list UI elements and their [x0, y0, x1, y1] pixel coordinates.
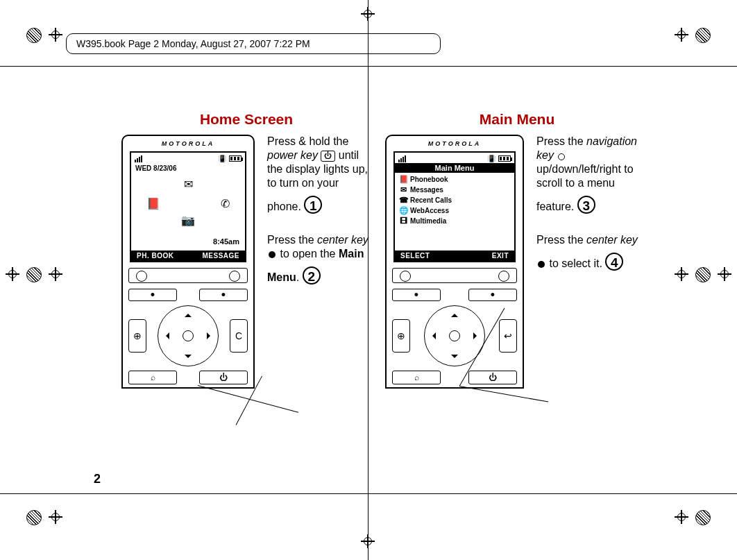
vibrate-icon: 📳: [218, 155, 226, 162]
phone-keypad: ⊕ ↩ ⌕ ⏻: [392, 289, 517, 384]
battery-icon: [498, 155, 511, 162]
step-4-badge: 4: [605, 253, 623, 271]
send-key: ⌕: [392, 371, 441, 384]
main-menu-title: Main Menu: [385, 111, 649, 128]
menu-title-bar: Main Menu: [395, 163, 514, 173]
home-time: 8:45am: [213, 237, 239, 246]
brand-label: MOTOROLA: [387, 136, 523, 149]
messages-icon: ✉: [399, 185, 407, 194]
print-mark: [695, 28, 711, 43]
phonebook-icon: 📕: [146, 197, 160, 210]
running-header: W395.book Page 2 Monday, August 27, 2007…: [66, 33, 441, 54]
phone-hinge: [392, 268, 517, 283]
signal-icon: [135, 155, 142, 162]
phonebook-icon: 📕: [399, 175, 407, 184]
phone-screen: 📳 Main Menu 📕Phonebook ✉Messages ☎Recent…: [393, 151, 516, 262]
print-mark: [695, 510, 711, 525]
center-key-icon: [538, 261, 545, 268]
step-1-badge: 1: [304, 196, 322, 214]
page-number: 2: [94, 472, 101, 486]
print-mark: [49, 28, 62, 42]
menu-item-multimedia: 🎞Multimedia: [399, 216, 510, 226]
leader-line: [198, 385, 298, 413]
right-softkey: [199, 289, 248, 301]
camera-icon: 📷: [181, 214, 195, 227]
web-key: ⊕: [128, 319, 146, 353]
print-mark: [49, 510, 62, 524]
messages-icon: ✉: [184, 178, 193, 191]
print-mark: [26, 28, 42, 43]
status-bar: 📳: [131, 153, 245, 163]
print-mark: [718, 267, 731, 281]
crop-line: [0, 66, 737, 67]
phone-illustration-menu: MOTOROLA 📳 Main Menu 📕Phonebook ✉Message…: [385, 135, 524, 389]
vibrate-icon: 📳: [487, 155, 495, 162]
step-3-annotation: Press the navigation key up/down/left/ri…: [536, 135, 641, 214]
soft-right: MESSAGE: [202, 252, 239, 260]
center-key: [183, 330, 194, 341]
crop-line: [0, 493, 737, 494]
home-screen-column: Home Screen MOTOROLA 📳 WED 8/23/06 ✉ 📕 ✆: [121, 111, 371, 389]
web-icon: 🌐: [399, 206, 407, 215]
left-softkey: [392, 289, 441, 301]
status-bar: 📳: [395, 153, 514, 163]
print-mark: [49, 267, 62, 281]
menu-item-messages: ✉Messages: [399, 185, 510, 195]
main-menu-column: Main Menu MOTOROLA 📳 Main Menu 📕Phoneboo…: [385, 111, 649, 389]
center-key-icon: [269, 251, 276, 258]
power-key: ⏻: [468, 371, 517, 384]
power-key-icon: ⏻: [321, 151, 335, 162]
step-2-badge: 2: [303, 266, 321, 285]
phone-screen: 📳 WED 8/23/06 ✉ 📕 ✆ 📷 8:45am PH. BOOK ME…: [130, 151, 246, 262]
alert-icon: ✆: [221, 197, 230, 210]
print-mark: [26, 510, 42, 525]
left-softkey: [128, 289, 177, 301]
step-2-annotation: Press the center key to open the Main Me…: [267, 233, 371, 285]
signal-icon: [398, 155, 406, 162]
home-screen-title: Home Screen: [121, 111, 371, 128]
print-mark: [6, 267, 19, 281]
print-mark: [26, 267, 42, 282]
step-3-badge: 3: [577, 196, 595, 214]
menu-item-webaccess: 🌐WebAccess: [399, 205, 510, 216]
soft-right: EXIT: [492, 252, 509, 260]
print-mark: [695, 267, 711, 282]
soft-left: SELECT: [400, 252, 430, 260]
right-softkey: [468, 289, 517, 301]
battery-icon: [229, 155, 242, 162]
navigation-dpad: [158, 305, 219, 366]
menu-item-phonebook: 📕Phonebook: [399, 174, 510, 185]
web-key: ⊕: [392, 319, 410, 353]
back-key: ↩: [499, 319, 517, 353]
power-key: ⏻: [199, 371, 248, 384]
home-date: WED 8/23/06: [131, 163, 245, 173]
print-mark: [675, 267, 688, 281]
phone-hinge: [128, 268, 248, 283]
recent-calls-icon: ☎: [399, 196, 407, 205]
phone-keypad: ⊕ C ⌕ ⏻: [128, 289, 248, 384]
send-key: ⌕: [128, 371, 177, 384]
menu-list: 📕Phonebook ✉Messages ☎Recent Calls 🌐WebA…: [395, 173, 514, 227]
menu-item-recent-calls: ☎Recent Calls: [399, 195, 510, 205]
print-mark: [675, 28, 688, 42]
clear-key: C: [230, 319, 248, 353]
step-4-annotation: Press the center key to select it. 4: [536, 233, 641, 271]
step-1-annotation: Press & hold the power key ⏻ until the d…: [267, 135, 371, 214]
multimedia-icon: 🎞: [399, 217, 407, 225]
softkey-bar: PH. BOOK MESSAGE: [131, 251, 245, 261]
brand-label: MOTOROLA: [123, 136, 253, 149]
soft-left: PH. BOOK: [137, 252, 173, 260]
home-shortcut-icons: ✉ 📕 ✆ 📷: [131, 173, 245, 229]
phone-illustration-home: MOTOROLA 📳 WED 8/23/06 ✉ 📕 ✆ 📷 8:45am: [121, 135, 255, 389]
print-mark: [675, 510, 688, 524]
navigation-key-icon: [558, 153, 565, 160]
center-key: [449, 330, 460, 341]
softkey-bar: SELECT EXIT: [395, 251, 514, 261]
